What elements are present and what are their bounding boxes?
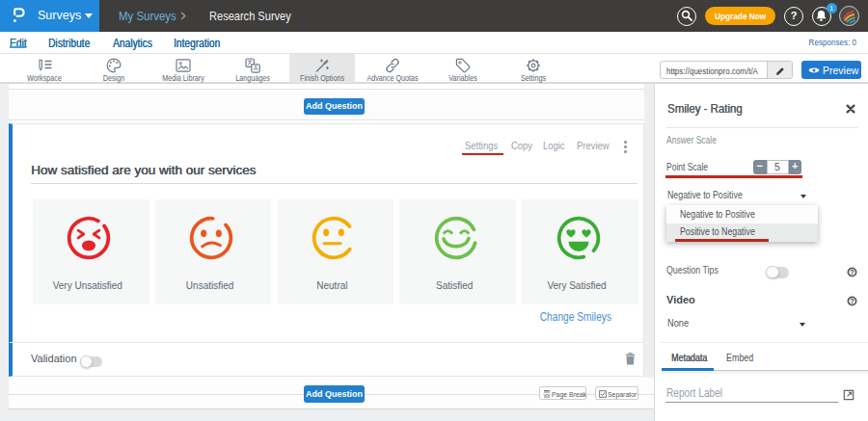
svg-text:A: A [254,65,258,71]
svg-text:?: ? [850,268,854,276]
svg-text:?: ? [850,297,854,305]
